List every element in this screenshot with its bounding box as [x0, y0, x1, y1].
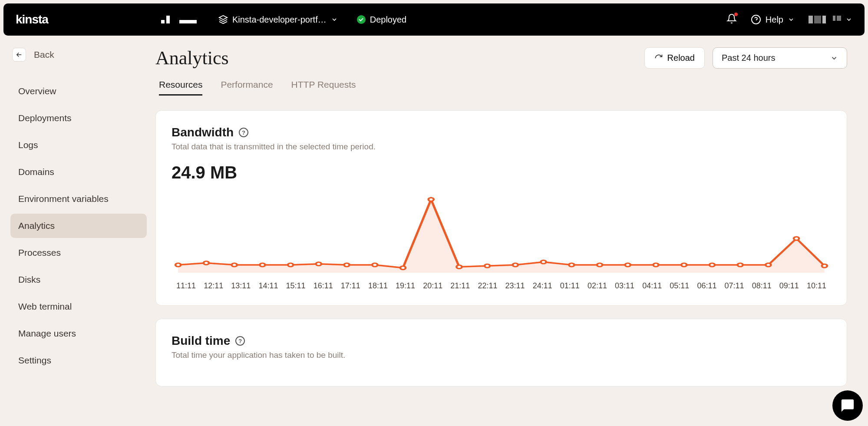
svg-point-19: [681, 263, 686, 267]
x-tick: 19:11: [392, 281, 419, 291]
sidebar-item-logs[interactable]: Logs: [10, 133, 147, 157]
top-center-group: Kinsta-developer-portf… Deployed: [161, 15, 406, 25]
svg-point-22: [766, 263, 771, 267]
build-time-card: Build time ? Total time your application…: [155, 319, 847, 386]
x-tick: 14:11: [254, 281, 282, 291]
svg-point-23: [794, 237, 799, 240]
x-tick: 17:11: [337, 281, 364, 291]
reload-label: Reload: [667, 53, 695, 63]
sidebar-item-environment-variables[interactable]: Environment variables: [10, 187, 147, 211]
bandwidth-card: Bandwidth ? Total data that is transmitt…: [155, 110, 847, 306]
bandwidth-title: Bandwidth: [172, 125, 234, 139]
notifications-button[interactable]: [726, 13, 737, 26]
bandwidth-subtitle: Total data that is transmitted in the se…: [172, 142, 831, 152]
x-tick: 05:11: [666, 281, 693, 291]
sidebar-item-overview[interactable]: Overview: [10, 79, 147, 103]
sidebar-item-manage-users[interactable]: Manage users: [10, 321, 147, 346]
x-tick: 18:11: [364, 281, 392, 291]
sidebar-item-domains[interactable]: Domains: [10, 160, 147, 184]
x-tick: 23:11: [502, 281, 529, 291]
project-name: Kinsta-developer-portf…: [232, 15, 327, 25]
back-label: Back: [34, 50, 54, 60]
topbar: kinsta Kinsta-developer-portf… Deployed: [3, 3, 865, 36]
chevron-down-icon: [830, 54, 838, 62]
tab-performance[interactable]: Performance: [221, 79, 273, 96]
svg-point-4: [260, 263, 265, 267]
help-menu[interactable]: Help: [751, 14, 795, 25]
svg-point-20: [710, 263, 715, 267]
avatar: [809, 16, 841, 23]
info-icon[interactable]: ?: [235, 336, 245, 346]
chat-button[interactable]: [832, 390, 863, 421]
svg-point-16: [597, 263, 602, 267]
svg-point-8: [372, 263, 377, 267]
svg-point-18: [653, 263, 658, 267]
x-tick: 13:11: [227, 281, 254, 291]
sidebar-item-web-terminal[interactable]: Web terminal: [10, 294, 147, 319]
x-tick: 22:11: [474, 281, 501, 291]
x-tick: 07:11: [721, 281, 748, 291]
tab-resources[interactable]: Resources: [159, 79, 202, 96]
status-check-icon: [357, 15, 366, 24]
x-tick: 21:11: [446, 281, 474, 291]
project-selector[interactable]: Kinsta-developer-portf…: [218, 15, 338, 25]
x-tick: 12:11: [200, 281, 227, 291]
tab-http-requests[interactable]: HTTP Requests: [291, 79, 356, 96]
svg-point-12: [485, 264, 490, 267]
sidebar-item-deployments[interactable]: Deployments: [10, 106, 147, 130]
x-tick: 08:11: [748, 281, 776, 291]
sidebar-item-settings[interactable]: Settings: [10, 348, 147, 373]
x-tick: 10:11: [803, 281, 830, 291]
reload-icon: [654, 54, 663, 63]
x-tick: 01:11: [556, 281, 584, 291]
svg-point-3: [232, 263, 237, 267]
x-tick: 06:11: [693, 281, 720, 291]
svg-point-9: [400, 266, 406, 270]
svg-point-24: [822, 264, 827, 267]
x-tick: 20:11: [419, 281, 446, 291]
sidebar-item-disks[interactable]: Disks: [10, 267, 147, 292]
x-tick: 11:11: [172, 281, 200, 291]
notification-badge: [734, 13, 738, 16]
sidebar: Back OverviewDeploymentsLogsDomainsEnvir…: [3, 36, 151, 423]
chevron-down-icon: [845, 16, 852, 23]
page-title: Analytics: [155, 47, 229, 69]
time-range-label: Past 24 hours: [722, 53, 775, 63]
help-icon: [751, 14, 761, 25]
deployment-status: Deployed: [357, 15, 407, 25]
svg-point-17: [625, 263, 630, 267]
svg-point-10: [429, 198, 434, 201]
svg-point-13: [513, 263, 518, 267]
svg-point-7: [344, 263, 349, 267]
company-logo-pixels: [161, 16, 197, 23]
bandwidth-chart: [172, 190, 831, 277]
svg-point-2: [204, 261, 209, 265]
stack-icon: [218, 15, 228, 24]
sidebar-item-processes[interactable]: Processes: [10, 241, 147, 265]
account-menu[interactable]: [809, 16, 852, 23]
x-tick: 16:11: [310, 281, 337, 291]
chevron-down-icon: [788, 16, 795, 23]
bandwidth-value: 24.9 MB: [172, 163, 831, 182]
logo: kinsta: [16, 13, 48, 26]
chart-x-axis: 11:1112:1113:1114:1115:1116:1117:1118:11…: [172, 277, 831, 291]
status-label: Deployed: [370, 15, 407, 25]
build-time-title: Build time: [172, 334, 230, 348]
svg-point-21: [738, 263, 743, 267]
info-icon[interactable]: ?: [239, 128, 248, 137]
reload-button[interactable]: Reload: [644, 47, 705, 69]
chevron-down-icon: [331, 16, 338, 23]
back-button[interactable]: [12, 48, 26, 62]
x-tick: 15:11: [282, 281, 310, 291]
sidebar-item-analytics[interactable]: Analytics: [10, 214, 147, 238]
x-tick: 03:11: [611, 281, 638, 291]
svg-point-5: [288, 263, 293, 267]
time-range-selector[interactable]: Past 24 hours: [713, 47, 847, 69]
svg-point-15: [569, 263, 574, 267]
svg-point-1: [175, 263, 181, 267]
x-tick: 24:11: [529, 281, 556, 291]
help-label: Help: [766, 15, 783, 25]
svg-point-14: [541, 260, 546, 264]
x-tick: 09:11: [776, 281, 803, 291]
x-tick: 02:11: [584, 281, 611, 291]
